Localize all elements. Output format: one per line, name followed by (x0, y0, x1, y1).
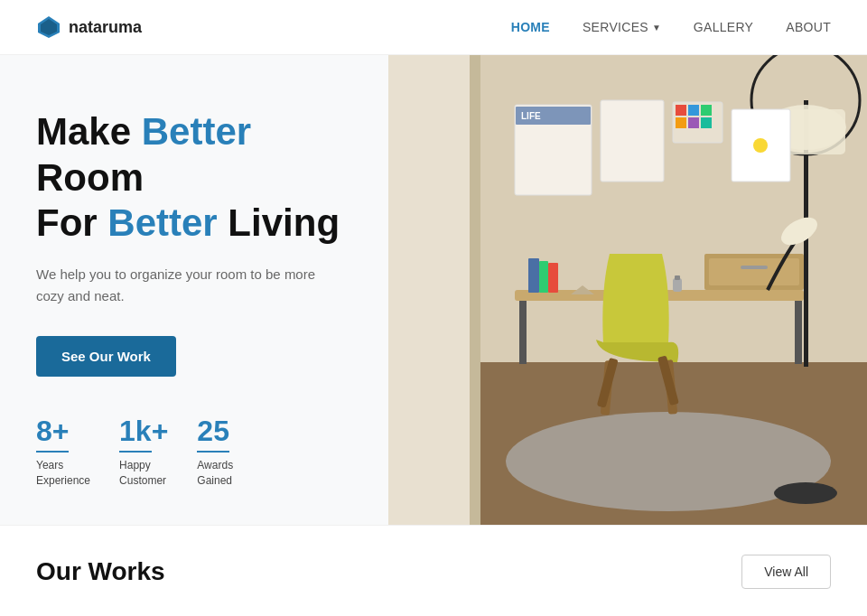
svg-rect-39 (676, 117, 686, 128)
stat-customers: 1k+ HappyCustomer (119, 416, 168, 489)
stat-awards-number: 25 (197, 416, 233, 445)
svg-rect-40 (688, 117, 699, 128)
nav-link-home[interactable]: HOME (511, 20, 550, 34)
svg-rect-34 (601, 100, 664, 182)
hero-subtitle: We help you to organize your room to be … (36, 264, 325, 307)
stat-divider-3 (197, 451, 229, 453)
svg-rect-14 (539, 261, 548, 293)
hero-stats: 8+ YearsExperience 1k+ HappyCustomer 25 … (36, 416, 352, 489)
logo-icon (36, 14, 61, 40)
cta-button[interactable]: See Our Work (36, 336, 176, 377)
nav-link-services[interactable]: SERVICES (583, 20, 648, 34)
nav-item-about[interactable]: ABOUT (786, 19, 831, 35)
svg-rect-15 (548, 263, 558, 293)
svg-rect-9 (795, 301, 802, 364)
svg-rect-13 (528, 258, 539, 293)
svg-rect-22 (675, 275, 680, 280)
svg-rect-6 (470, 55, 480, 525)
nav-link-about[interactable]: ABOUT (786, 20, 831, 34)
svg-rect-41 (701, 117, 712, 128)
svg-rect-38 (701, 105, 712, 116)
nav-item-gallery[interactable]: GALLERY (694, 19, 753, 35)
chevron-down-icon: ▼ (652, 23, 661, 33)
svg-text:LIFE: LIFE (521, 111, 541, 121)
svg-rect-37 (688, 105, 699, 116)
hero-title-line2: For Better Living (36, 201, 340, 244)
stat-customers-number: 1k+ (119, 416, 168, 445)
stat-years: 8+ YearsExperience (36, 416, 90, 489)
stat-years-number: 8+ (36, 416, 90, 445)
svg-rect-36 (676, 105, 686, 116)
svg-point-43 (753, 138, 768, 153)
stat-divider-2 (119, 451, 152, 453)
svg-rect-12 (741, 266, 768, 269)
nav-item-home[interactable]: HOME (511, 19, 550, 35)
stat-years-label: YearsExperience (36, 458, 90, 489)
svg-rect-11 (709, 258, 799, 285)
our-works-section: Our Works View All (0, 525, 867, 607)
view-all-button[interactable]: View All (741, 555, 831, 589)
svg-rect-8 (519, 301, 527, 364)
logo[interactable]: nataruma (36, 14, 142, 40)
hero-content: Make Better Room For Better Living We he… (0, 55, 388, 525)
hero-image: LIFE (388, 55, 867, 525)
nav-links: HOME SERVICES ▼ GALLERY ABOUT (511, 19, 831, 35)
svg-rect-5 (388, 55, 479, 525)
svg-rect-21 (673, 278, 682, 292)
nav-item-services[interactable]: SERVICES ▼ (583, 20, 661, 34)
brand-name: nataruma (69, 18, 142, 37)
hero-title-line1: Make Better Room (36, 110, 251, 198)
svg-point-27 (774, 482, 837, 504)
navbar: nataruma HOME SERVICES ▼ GALLERY ABOUT (0, 0, 867, 55)
our-works-title: Our Works (36, 557, 165, 586)
stat-divider-1 (36, 451, 69, 453)
room-illustration: LIFE (388, 55, 867, 525)
stat-awards-label: AwardsGained (197, 458, 233, 489)
nav-link-gallery[interactable]: GALLERY (694, 20, 753, 34)
stat-awards: 25 AwardsGained (197, 416, 233, 489)
stat-customers-label: HappyCustomer (119, 458, 168, 489)
hero-section: Make Better Room For Better Living We he… (0, 55, 867, 525)
hero-title: Make Better Room For Better Living (36, 109, 352, 246)
